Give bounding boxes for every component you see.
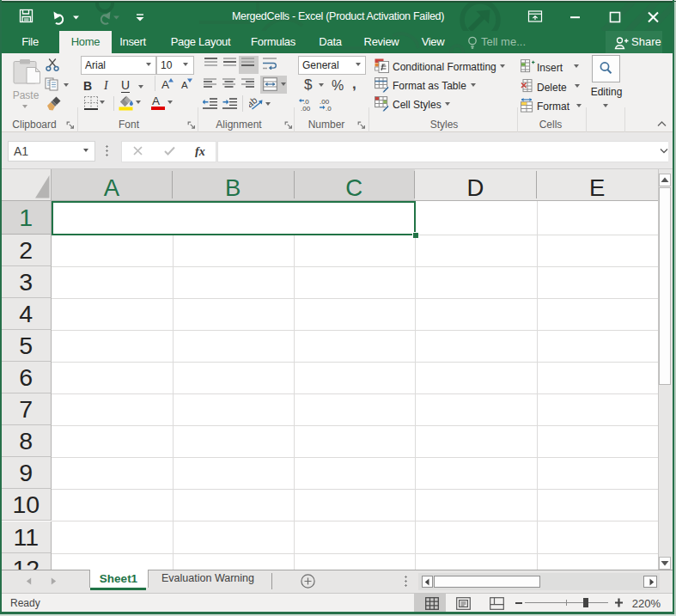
svg-text:.00: .00 [301,105,311,112]
svg-text:fx: fx [195,145,205,157]
svg-text:.0: .0 [326,105,332,112]
